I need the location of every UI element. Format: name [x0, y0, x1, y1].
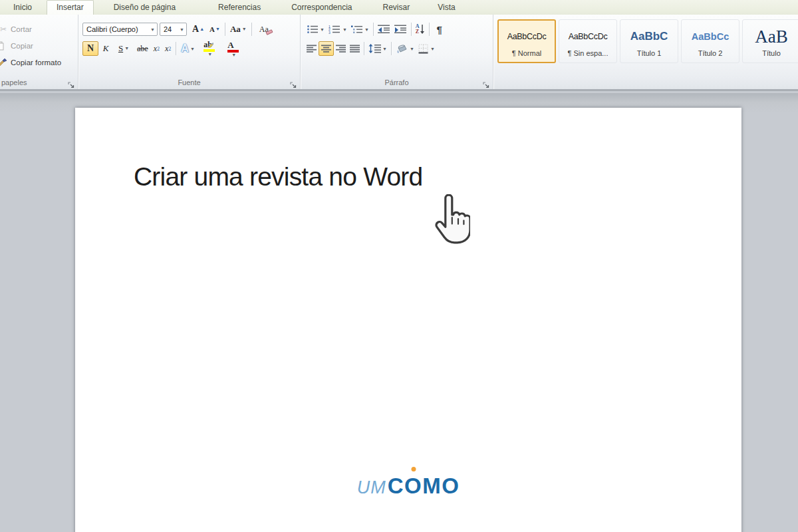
document-area: Criar uma revista no Word UMCOMO: [0, 93, 798, 532]
chevron-down-icon: ▼: [364, 27, 369, 32]
show-paragraph-marks-button[interactable]: ¶: [432, 22, 448, 37]
ribbon-inicio: ✂ Cortar Copiar Copiar formato papeles: [0, 15, 798, 91]
logo-um-text: UM: [357, 477, 386, 497]
font-group-label: Fuente: [78, 78, 300, 86]
align-center-icon: [321, 45, 331, 53]
numbering-button[interactable]: 1 2 3 ▼: [327, 22, 349, 37]
italic-button[interactable]: K: [98, 41, 113, 56]
paint-bucket-icon: [396, 44, 408, 54]
bottom-border-icon: [418, 44, 429, 54]
shading-button[interactable]: ▼: [394, 41, 416, 56]
style-chip-normal[interactable]: AaBbCcDc ¶ Normal: [497, 19, 556, 63]
style-chip-titulo-2[interactable]: AaBbCc Título 2: [681, 19, 739, 63]
chevron-down-icon: ▼: [410, 47, 414, 51]
change-case-button[interactable]: Aa▼: [227, 22, 249, 37]
tab-correspondencia[interactable]: Correspondencia: [282, 0, 361, 15]
align-left-icon: [307, 45, 317, 53]
copy-icon: [0, 41, 9, 51]
decrease-indent-icon: [378, 25, 390, 34]
grow-font-button[interactable]: A▲: [190, 22, 207, 37]
clear-formatting-button[interactable]: Aa: [254, 22, 274, 37]
text-effects-button[interactable]: A▼: [178, 41, 198, 56]
styles-group: AaBbCcDc ¶ Normal AaBbCcDc ¶ Sin espa...…: [493, 15, 798, 89]
triangle-up-icon: ▲: [200, 27, 204, 32]
document-heading: Criar uma revista no Word: [134, 162, 422, 192]
chevron-down-icon: ▼: [124, 47, 129, 51]
style-chip-titulo-1[interactable]: AaBbC Título 1: [620, 19, 678, 63]
align-right-icon: [336, 45, 346, 53]
bullets-icon: [307, 25, 319, 34]
font-group-footer: Fuente: [78, 77, 300, 88]
clipboard-group-label: papeles: [0, 78, 78, 86]
format-painter-brush-icon: [0, 57, 9, 68]
scissors-icon: ✂: [0, 24, 9, 35]
increase-indent-button[interactable]: [392, 22, 409, 37]
align-left-button[interactable]: [305, 41, 319, 56]
chevron-down-icon: ▼: [190, 47, 195, 51]
tab-insertar[interactable]: Insertar: [47, 0, 94, 15]
chevron-down-icon: ▼: [231, 53, 236, 57]
paragraph-group-label: Párrafo: [301, 78, 493, 86]
font-group: Calibri (Cuerpo)▼ 24▼ A▲ A▼ Aa▼ Aa: [78, 15, 300, 89]
bullets-button[interactable]: ▼: [305, 22, 327, 37]
triangle-down-icon: ▼: [215, 27, 220, 32]
increase-indent-icon: [394, 25, 407, 34]
decrease-indent-button[interactable]: [376, 22, 392, 37]
svg-text:3: 3: [329, 31, 331, 34]
align-center-button[interactable]: [319, 41, 334, 56]
strikethrough-button[interactable]: abe: [134, 41, 151, 56]
cut-button[interactable]: ✂ Cortar: [0, 22, 78, 37]
logo-orange-dot-icon: O: [404, 473, 422, 499]
document-page[interactable]: Criar uma revista no Word UMCOMO: [75, 108, 741, 532]
superscript-button[interactable]: x2: [162, 41, 174, 56]
line-spacing-icon: [368, 44, 381, 53]
styles-gallery: AaBbCcDc ¶ Normal AaBbCcDc ¶ Sin espa...…: [493, 15, 798, 63]
logo-como-text: COMO: [388, 473, 460, 498]
sort-button[interactable]: AZ: [414, 22, 427, 37]
hand-cursor-icon: [428, 194, 470, 246]
arrow-down-icon: [420, 24, 425, 35]
chevron-down-icon: ▼: [320, 27, 325, 32]
paragraph-group: ▼ 1 2 3 ▼ ▼: [301, 15, 493, 89]
tab-diseno-de-pagina[interactable]: Diseño de página: [104, 0, 185, 15]
text-highlight-color-button[interactable]: ab ▼: [198, 41, 221, 56]
chevron-down-icon: ▼: [180, 27, 184, 32]
bold-button[interactable]: N: [82, 41, 98, 56]
tab-referencias[interactable]: Referencias: [209, 0, 270, 15]
font-color-button[interactable]: A ▼: [221, 41, 245, 56]
paragraph-group-footer: Párrafo: [301, 77, 493, 88]
paragraph-dialog-launcher-icon[interactable]: [482, 80, 490, 88]
word-window: Inicio Insertar Diseño de página Referen…: [0, 0, 798, 532]
ribbon-tab-bar: Inicio Insertar Diseño de página Referen…: [0, 0, 798, 15]
multilevel-list-icon: [351, 25, 363, 34]
multilevel-list-button[interactable]: ▼: [349, 22, 371, 37]
tab-inicio[interactable]: Inicio: [4, 0, 41, 15]
tab-revisar[interactable]: Revisar: [374, 0, 420, 15]
justify-button[interactable]: [348, 41, 362, 56]
copy-button[interactable]: Copiar: [0, 39, 78, 53]
highlighter-pen-icon: [207, 42, 213, 48]
style-chip-titulo[interactable]: AaB Título: [742, 19, 798, 63]
tab-vista[interactable]: Vista: [428, 0, 464, 15]
align-right-button[interactable]: [334, 41, 348, 56]
highlight-color-bar: [203, 49, 215, 52]
shrink-font-button[interactable]: A▼: [207, 22, 223, 37]
clipboard-group-footer: papeles: [0, 77, 78, 88]
line-spacing-button[interactable]: ▼: [366, 41, 389, 56]
underline-button[interactable]: S▼: [113, 41, 134, 56]
chevron-down-icon: ▼: [150, 27, 155, 32]
font-size-combobox[interactable]: 24▼: [160, 23, 187, 36]
chevron-down-icon: ▼: [242, 27, 247, 32]
style-chip-sin-espaciado[interactable]: AaBbCcDc ¶ Sin espa...: [559, 19, 617, 63]
justify-icon: [350, 45, 360, 53]
subscript-button[interactable]: x2: [151, 41, 162, 56]
clipboard-dialog-launcher-icon[interactable]: [67, 80, 75, 88]
chevron-down-icon: ▼: [342, 27, 347, 32]
font-family-combobox[interactable]: Calibri (Cuerpo)▼: [82, 23, 158, 36]
format-painter-button[interactable]: Copiar formato: [0, 55, 78, 70]
borders-button[interactable]: ▼: [416, 41, 437, 56]
chevron-down-icon: ▼: [207, 52, 212, 57]
font-dialog-launcher-icon[interactable]: [289, 80, 297, 88]
chevron-down-icon: ▼: [382, 47, 387, 51]
numbering-icon: 1 2 3: [329, 25, 341, 34]
